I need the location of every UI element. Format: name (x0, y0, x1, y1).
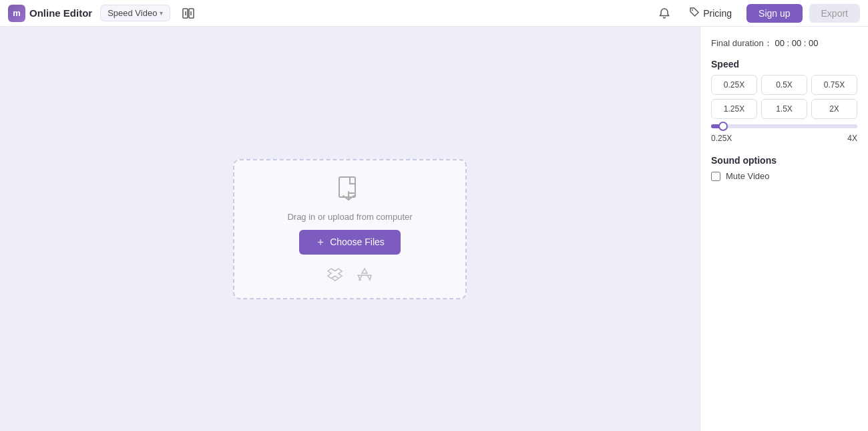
duration-hours: 00 (775, 38, 784, 48)
compare-icon (182, 7, 194, 19)
pricing-label: Pricing (703, 8, 732, 19)
svg-rect-5 (339, 177, 355, 197)
choose-files-label: Choose Files (330, 237, 385, 247)
speed-btn-075[interactable]: 0.75X (811, 75, 857, 95)
slider-min-label: 0.25X (711, 134, 732, 143)
svg-point-4 (692, 9, 693, 11)
logo-icon: m (8, 5, 25, 22)
app-header: m Online Editor Speed Video ▾ (0, 0, 868, 27)
main-content: Drag in or upload from computer ＋ Choose… (0, 27, 868, 431)
duration-separator-2: : (804, 38, 809, 48)
dropbox-icon (327, 267, 343, 283)
google-drive-button[interactable] (355, 265, 374, 284)
third-party-upload-area (326, 265, 374, 284)
speed-btn-15[interactable]: 1.5X (761, 99, 807, 119)
export-button[interactable]: Export (809, 4, 860, 23)
slider-range-labels: 0.25X 4X (711, 134, 857, 143)
duration-separator-1: : (787, 38, 792, 48)
duration-seconds: 00 (809, 38, 818, 48)
pricing-button[interactable]: Pricing (681, 3, 740, 23)
speed-btn-025[interactable]: 0.25X (711, 75, 757, 95)
google-drive-icon (357, 267, 373, 283)
header-right: Pricing Sign up Export (654, 3, 860, 23)
duration-values: 00 : 00 : 00 (775, 38, 818, 48)
chevron-down-icon: ▾ (160, 9, 163, 17)
speed-video-dropdown[interactable]: Speed Video ▾ (100, 5, 170, 21)
choose-files-button[interactable]: ＋ Choose Files (299, 230, 401, 255)
sound-options-section: Sound options Mute Video (711, 155, 857, 181)
mute-video-checkbox[interactable] (711, 172, 720, 181)
plus-icon: ＋ (315, 235, 326, 249)
sound-options-title: Sound options (711, 155, 857, 166)
upload-area: Drag in or upload from computer ＋ Choose… (0, 27, 700, 431)
dropbox-button[interactable] (326, 265, 345, 284)
compare-icon-btn[interactable] (178, 3, 198, 23)
mute-video-label: Mute Video (726, 171, 770, 181)
bell-icon (658, 7, 670, 19)
bell-button[interactable] (654, 3, 674, 23)
final-duration-row: Final duration： 00 : 00 : 00 (711, 37, 857, 49)
mute-video-row: Mute Video (711, 171, 857, 181)
speed-slider-container: 0.25X 4X (711, 124, 857, 143)
speed-section: Speed 0.25X 0.5X 0.75X 1.25X 1.5X 2X 0.2… (711, 59, 857, 143)
speed-video-label: Speed Video (107, 8, 157, 18)
speed-section-title: Speed (711, 59, 857, 69)
signup-button[interactable]: Sign up (746, 4, 802, 23)
speed-btn-125[interactable]: 1.25X (711, 99, 757, 119)
speed-btn-2[interactable]: 2X (811, 99, 857, 119)
file-upload-icon (335, 174, 365, 204)
slider-max-label: 4X (847, 134, 857, 143)
drag-text: Drag in or upload from computer (287, 212, 412, 222)
tag-icon (689, 7, 700, 17)
right-panel: Final duration： 00 : 00 : 00 Speed 0.25X… (700, 27, 868, 431)
upload-box[interactable]: Drag in or upload from computer ＋ Choose… (233, 159, 467, 299)
logo-area: m Online Editor (8, 5, 92, 22)
duration-minutes: 00 (792, 38, 801, 48)
pricing-icon (689, 7, 700, 19)
slider-track (711, 124, 857, 128)
app-title: Online Editor (29, 7, 92, 19)
speed-btn-05[interactable]: 0.5X (761, 75, 807, 95)
final-duration-label: Final duration： (711, 38, 773, 48)
speed-buttons-grid: 0.25X 0.5X 0.75X 1.25X 1.5X 2X (711, 75, 857, 119)
